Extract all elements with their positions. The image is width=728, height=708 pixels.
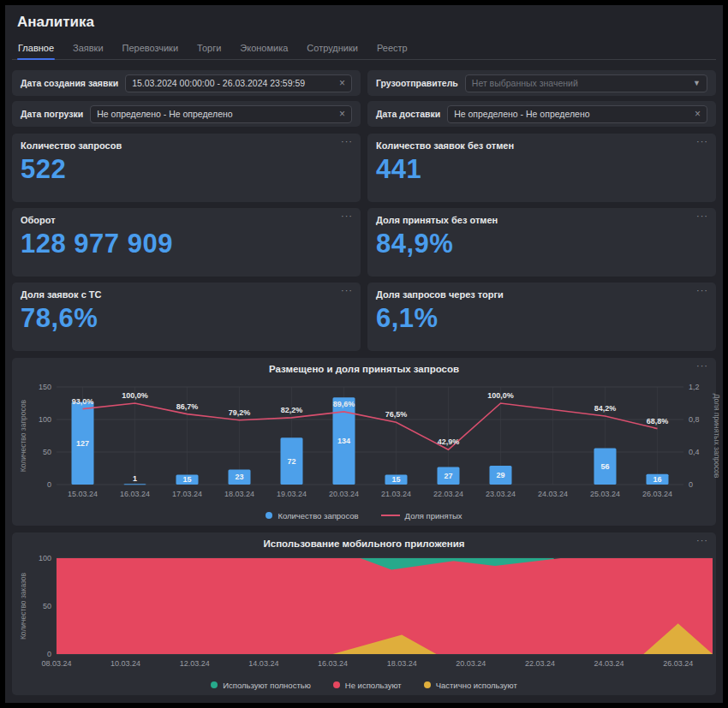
svg-text:12.03.24: 12.03.24 <box>180 659 210 668</box>
svg-text:0: 0 <box>47 650 51 658</box>
clear-icon[interactable]: × <box>339 109 345 119</box>
more-menu-icon[interactable]: ··· <box>696 211 708 221</box>
svg-text:18.03.24: 18.03.24 <box>387 659 417 668</box>
tab-registry[interactable]: Реестр <box>376 39 409 59</box>
kpi-auction-share: Доля запросов через торги 6,1% ··· <box>367 283 716 351</box>
svg-text:20.03.24: 20.03.24 <box>456 659 486 668</box>
combo-bar-line-chart: 15.03.2416.03.2417.03.2418.03.2419.03.24… <box>17 375 721 503</box>
screenshot-frame: Аналитика Главное Заявки Перевозчики Тор… <box>0 0 728 708</box>
filter-date-created: Дата создания заявки 15.03.2024 00:00:00… <box>12 70 361 96</box>
tab-requests[interactable]: Заявки <box>72 39 104 59</box>
svg-text:17.03.24: 17.03.24 <box>172 490 202 498</box>
more-menu-icon[interactable]: ··· <box>696 137 708 146</box>
svg-text:1,2: 1,2 <box>689 383 700 391</box>
kpi-title: Доля принятых без отмен <box>376 215 707 225</box>
svg-text:0,8: 0,8 <box>689 415 700 424</box>
legend-label: Количество запросов <box>277 511 358 521</box>
svg-text:16.03.24: 16.03.24 <box>120 490 150 498</box>
legend-item-requests[interactable]: Количество запросов <box>266 511 358 521</box>
filter-date-delivery-label: Дата доставки <box>376 109 440 119</box>
clear-icon[interactable]: × <box>695 109 701 119</box>
svg-text:25.03.24: 25.03.24 <box>590 490 620 498</box>
date-created-value: 15.03.2024 00:00:00 - 26.03.2024 23:59:5… <box>132 78 334 88</box>
svg-text:56: 56 <box>600 462 609 471</box>
tab-carriers[interactable]: Перевозчики <box>122 39 179 59</box>
clear-icon[interactable]: × <box>339 78 345 88</box>
svg-text:127: 127 <box>76 439 89 448</box>
svg-text:21.03.24: 21.03.24 <box>381 490 411 498</box>
filter-panel: Дата создания заявки 15.03.2024 00:00:00… <box>12 70 716 127</box>
kpi-value: 6,1% <box>376 303 707 334</box>
svg-text:0,4: 0,4 <box>689 448 700 456</box>
chevron-down-icon[interactable]: ▼ <box>693 79 701 87</box>
svg-text:100,0%: 100,0% <box>122 391 148 400</box>
legend-label: Используют полностью <box>223 681 311 690</box>
filter-date-loading: Дата погрузки Не определено - Не определ… <box>12 101 361 127</box>
svg-text:150: 150 <box>39 383 51 391</box>
more-menu-icon[interactable]: ··· <box>696 536 708 545</box>
svg-text:26.03.24: 26.03.24 <box>663 659 693 668</box>
legend-label: Частично используют <box>436 681 517 690</box>
kpi-title: Количество запросов <box>21 140 352 151</box>
legend-item-full-use[interactable]: Используют полностью <box>211 681 311 690</box>
kpi-title: Оборот <box>21 215 352 225</box>
red-dot-icon <box>333 681 340 688</box>
svg-text:89,6%: 89,6% <box>333 400 355 408</box>
legend-item-no-use[interactable]: Не используют <box>333 681 402 690</box>
svg-text:23: 23 <box>235 473 243 481</box>
date-created-input[interactable]: 15.03.2024 00:00:00 - 26.03.2024 23:59:5… <box>125 74 352 92</box>
blue-dot-icon <box>266 512 272 519</box>
area-chart-title: Использование мобильного приложения <box>17 536 711 550</box>
svg-text:93,0%: 93,0% <box>72 397 94 406</box>
kpi-value: 128 977 909 <box>21 229 352 259</box>
more-menu-icon[interactable]: ··· <box>341 286 353 295</box>
svg-text:23.03.24: 23.03.24 <box>486 490 516 498</box>
combo-chart-card: Размещено и доля принятых запросов ··· 1… <box>12 358 716 526</box>
combo-chart-legend: Количество запросов Доля принятых <box>17 507 711 524</box>
svg-text:15: 15 <box>391 475 400 484</box>
svg-text:72: 72 <box>287 457 295 466</box>
tab-main[interactable]: Главное <box>17 39 55 59</box>
svg-text:82,2%: 82,2% <box>281 406 303 414</box>
svg-text:16: 16 <box>653 475 661 484</box>
more-menu-icon[interactable]: ··· <box>696 286 708 295</box>
shipper-select[interactable]: Нет выбранных значений ▼ <box>465 74 707 92</box>
legend-label: Не используют <box>345 681 402 690</box>
kpi-value: 78,6% <box>21 303 352 334</box>
tab-auctions[interactable]: Торги <box>196 39 222 59</box>
svg-text:15: 15 <box>182 475 191 484</box>
svg-text:68,8%: 68,8% <box>647 417 669 425</box>
date-loading-input[interactable]: Не определено - Не определено × <box>90 105 352 123</box>
area-chart-card: Использование мобильного приложения ··· … <box>12 532 716 695</box>
svg-text:24.03.24: 24.03.24 <box>594 659 624 668</box>
svg-text:15.03.24: 15.03.24 <box>68 490 98 498</box>
kpi-value: 84,9% <box>376 229 707 259</box>
kpi-requests-count: Количество запросов 522 ··· <box>12 134 361 202</box>
analytics-dashboard: Аналитика Главное Заявки Перевозчики Тор… <box>5 5 723 703</box>
combo-chart-title: Размещено и доля принятых запросов <box>17 361 711 375</box>
svg-text:Количество заказов: Количество заказов <box>19 572 27 640</box>
more-menu-icon[interactable]: ··· <box>696 361 708 371</box>
tab-economics[interactable]: Экономика <box>239 39 289 59</box>
more-menu-icon[interactable]: ··· <box>341 137 353 146</box>
svg-text:22.03.24: 22.03.24 <box>433 490 463 498</box>
line-swatch-icon <box>381 515 400 516</box>
svg-text:134: 134 <box>337 437 350 445</box>
svg-text:50: 50 <box>43 602 51 610</box>
kpi-orders-no-cancel: Количество заявок без отмен 441 ··· <box>367 134 716 202</box>
svg-text:19.03.24: 19.03.24 <box>277 490 307 498</box>
svg-text:100,0%: 100,0% <box>487 391 514 400</box>
kpi-title: Доля запросов через торги <box>376 289 707 300</box>
filter-date-loading-label: Дата погрузки <box>21 109 83 119</box>
legend-item-accepted[interactable]: Доля принятых <box>381 511 462 521</box>
filter-shipper: Грузоотправитель Нет выбранных значений … <box>367 70 716 96</box>
legend-item-partial-use[interactable]: Частично используют <box>424 681 517 690</box>
tab-employees[interactable]: Сотрудники <box>306 39 359 59</box>
date-delivery-input[interactable]: Не определено - Не определено × <box>447 105 707 123</box>
date-loading-value: Не определено - Не определено <box>97 109 334 119</box>
mobile-usage-area-chart: 08.03.2410.03.2412.03.2414.03.2416.03.24… <box>17 550 721 673</box>
svg-text:0: 0 <box>689 480 693 489</box>
svg-text:86,7%: 86,7% <box>176 402 199 411</box>
more-menu-icon[interactable]: ··· <box>341 211 353 221</box>
kpi-accepted-share: Доля принятых без отмен 84,9% ··· <box>367 208 716 277</box>
